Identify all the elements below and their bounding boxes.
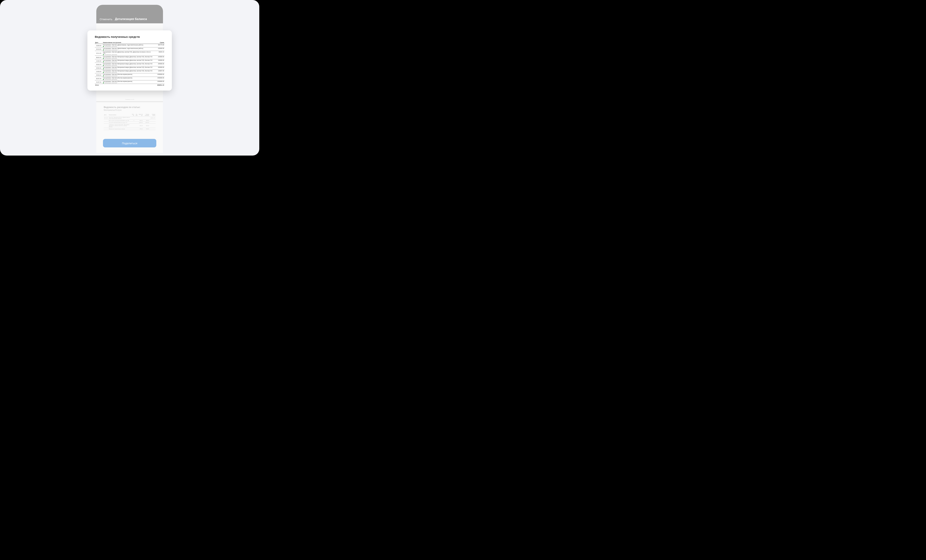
cell-amount: 235000.00 xyxy=(153,47,165,51)
cell-date xyxy=(104,128,108,130)
cell-qty: 4 xyxy=(131,120,135,122)
cell-amount: 1500000.00 xyxy=(153,73,165,77)
table-row: 28.09.23Этап №1. Материалы/Услуги (Демон… xyxy=(104,117,156,120)
status-dot-icon xyxy=(103,65,104,66)
status-label: Подтверждено заказчиком xyxy=(104,49,117,50)
cell-date xyxy=(104,120,108,122)
status-label: Подтверждено заказчиком xyxy=(104,79,117,80)
status-confirmed: Подтверждено заказчиком xyxy=(103,68,153,69)
cell-amount: 150000.00 xyxy=(153,59,165,63)
table-row: 14.02.24Поступление. Этап №2 Материалы/т… xyxy=(95,59,165,63)
cell-amount: 90929.15 xyxy=(153,51,165,56)
col-name: Наименование xyxy=(108,114,131,117)
cell-inv xyxy=(150,122,156,124)
cell-amount: 128807.00 xyxy=(153,70,165,73)
cell-date: 08.02.24 xyxy=(95,56,103,59)
status-dot-icon xyxy=(103,46,104,47)
cell-name: Поступление. Этап №2 Материалы/товары (Д… xyxy=(103,66,153,70)
table-row: 20.02.24Поступление. Этап №2 Материалы/т… xyxy=(95,63,165,66)
cell-name: Мешки для строительного мусора xyxy=(108,128,131,130)
status-confirmed: Подтверждено заказчиком xyxy=(103,54,153,55)
page-indicator: Страница 1 из 15 xyxy=(96,94,163,101)
ledger-table: Дата Наименование поступления Сумма 18.0… xyxy=(95,41,165,86)
nav-bar: Отменить Детализация баланса xyxy=(96,5,163,23)
ledger-col-amount: Сумма xyxy=(153,41,165,44)
cell-date xyxy=(104,122,108,124)
table-row: 20.10.23Поступление. Этап №1 (Демонтажны… xyxy=(95,47,165,51)
status-dot-icon xyxy=(103,79,104,80)
cell-name: Поступление. Этап №3 (Монтаж керамограни… xyxy=(103,77,153,80)
cell-name: Этап №1. Материалы/Услуги (Демонтажные, … xyxy=(108,117,131,120)
cell-unit xyxy=(135,124,138,128)
cell-qty xyxy=(131,128,135,130)
table-row: 08.02.24Поступление. Этап №2 Материалы/т… xyxy=(95,56,165,59)
cell-date: 20.02.24 xyxy=(95,63,103,66)
status-dot-icon xyxy=(103,50,104,50)
cell-date: 20.10.23 xyxy=(95,47,103,51)
cell-name: Поступление. Этап №1 (Демонтажные, подго… xyxy=(103,44,153,47)
cell-date: 31.07.24 xyxy=(95,80,103,84)
cell-amount: 209000.00 xyxy=(153,63,165,66)
status-confirmed: Подтверждено заказчиком xyxy=(103,65,153,66)
cell-amount: 1500000.00 xyxy=(153,80,165,84)
cell-date: 14.02.24 xyxy=(95,59,103,63)
col-price: Цена за ед. xyxy=(138,114,143,117)
cell-date: 13.03.24 xyxy=(95,70,103,73)
cell-qty xyxy=(131,117,135,120)
cell-amount: 355775.00 xyxy=(153,44,165,47)
cell-name: Поступление. Этап №3 (Монтаж керамограни… xyxy=(103,73,153,77)
cancel-button[interactable]: Отменить xyxy=(100,18,112,21)
col-date: Дата xyxy=(104,114,108,117)
cell-unit xyxy=(135,122,138,124)
cell-date: 15.11.23 xyxy=(95,51,103,56)
cell-line: 796.00 xyxy=(143,124,149,128)
cell-name: Поступление. Этап №2 Материалы/товары (Д… xyxy=(103,70,153,73)
status-confirmed: Подтверждено заказчиком xyxy=(103,79,153,80)
cell-unit xyxy=(135,120,138,122)
status-dot-icon xyxy=(103,76,104,76)
status-dot-icon xyxy=(103,58,104,59)
status-label: Подтверждено заказчиком xyxy=(104,58,117,59)
cell-amount: 209000.00 xyxy=(153,66,165,70)
cell-name: Поступление. Этап №2 Материалы/товары (Д… xyxy=(103,63,153,66)
status-dot-icon xyxy=(103,72,104,73)
screen-title: Детализация баланса xyxy=(115,17,147,21)
status-confirmed: Подтверждено заказчиком xyxy=(103,82,153,83)
status-dot-icon xyxy=(103,54,104,55)
stage-background: Отменить Детализация баланса Страница 1 … xyxy=(0,0,259,156)
table-row: 13.03.24Поступление. Этап №2 Материалы/т… xyxy=(95,70,165,73)
status-label: Подтверждено заказчиком xyxy=(104,72,117,73)
cell-name: Уголок РК 100/100х1000 мм шипов. 0.5 xyxy=(108,122,131,124)
expenses-subtitle: Материалы/Услуги xyxy=(104,109,156,111)
cell-name: Поступление. Этап №2 Материалы/товары (Д… xyxy=(103,59,153,63)
col-unit: Ед. изм xyxy=(135,114,138,117)
status-label: Подтверждено заказчиком xyxy=(104,68,117,69)
status-confirmed: Подтверждено заказчиком xyxy=(103,61,153,62)
ledger-col-date: Дата xyxy=(95,41,103,44)
cell-name: Поступление. Этап №2 Материалы/товары (Д… xyxy=(103,56,153,59)
cell-name: Саморезы и другое крепление. Монтажные м… xyxy=(108,124,131,128)
status-confirmed: Подтверждено заказчиком xyxy=(103,49,153,50)
cell-qty xyxy=(131,124,135,128)
cell-date: 29.03.24 xyxy=(95,73,103,77)
cell-inv xyxy=(150,124,156,128)
col-qty: Кол-во xyxy=(131,114,135,117)
status-label: Подтверждено заказчиком xyxy=(104,75,117,76)
cell-date xyxy=(104,124,108,128)
cell-name: Брус сухой строганый 40х50х3000 сорт АВ xyxy=(108,120,131,122)
ledger-title: Ведомость полученных средств xyxy=(95,35,165,38)
cell-unit xyxy=(135,117,138,120)
cell-line: 499.00 xyxy=(143,120,149,122)
status-confirmed: Подтверждено заказчиком xyxy=(103,46,153,47)
table-row: 18.09.23Поступление. Этап №1 (Демонтажны… xyxy=(95,44,165,47)
cell-date: 28.09.23 xyxy=(104,117,108,120)
status-confirmed: Подтверждено заказчиком xyxy=(103,72,153,73)
cell-line: 798.00 xyxy=(143,128,149,130)
table-row: Саморезы и другое крепление. Монтажные м… xyxy=(104,124,156,128)
cell-qty xyxy=(131,122,135,124)
status-confirmed: Подтверждено заказчиком xyxy=(103,75,153,76)
status-label: Подтверждено заказчиком xyxy=(104,65,117,66)
share-button[interactable]: Поделиться xyxy=(103,139,156,147)
cell-name: Поступление. Этап №1 (Демонтажные, подго… xyxy=(103,47,153,51)
status-dot-icon xyxy=(103,68,104,69)
